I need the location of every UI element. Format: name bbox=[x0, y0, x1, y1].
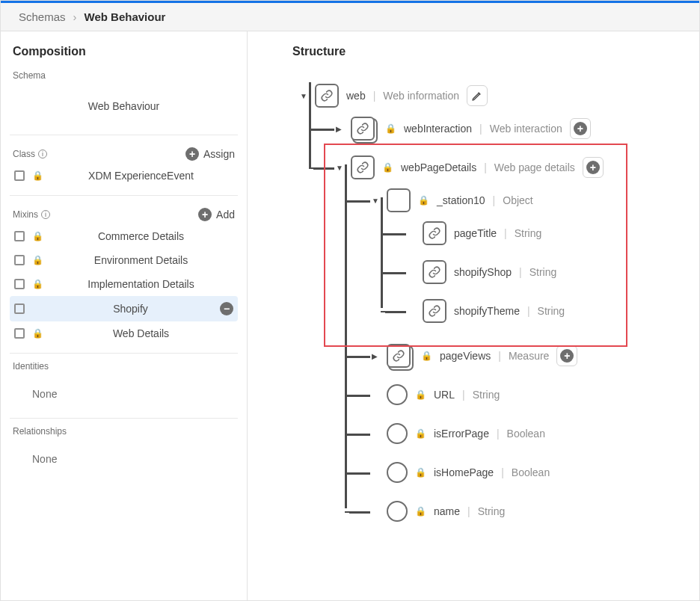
field-name: pageTitle bbox=[454, 227, 497, 239]
add-field-button[interactable]: + bbox=[570, 118, 591, 139]
section-class-label: Class i bbox=[13, 149, 47, 159]
tree-node[interactable]: 🔒URL|String bbox=[372, 381, 684, 408]
field-name: pageViews bbox=[440, 350, 491, 362]
info-icon[interactable]: i bbox=[41, 210, 50, 219]
field-type: String bbox=[515, 227, 542, 239]
remove-icon[interactable]: − bbox=[220, 302, 233, 315]
plus-icon: + bbox=[185, 147, 199, 161]
mixin-label: Environment Details bbox=[49, 254, 233, 266]
info-icon[interactable]: i bbox=[38, 150, 47, 158]
mixins-list: 🔒Commerce Details🔒Environment Details🔒Im… bbox=[10, 224, 238, 345]
tree-node[interactable]: ▼🔒_station10|Object bbox=[372, 187, 684, 214]
tree-node[interactable]: pageTitle|String bbox=[408, 220, 684, 247]
class-item[interactable]: 🔒 XDM ExperienceEvent bbox=[10, 164, 238, 188]
mixin-label: Implementation Details bbox=[49, 278, 233, 290]
field-name: shopifyTheme bbox=[454, 305, 520, 317]
lock-icon: 🔒 bbox=[32, 255, 41, 265]
plus-icon: + bbox=[586, 161, 600, 174]
plus-icon: + bbox=[560, 349, 574, 363]
chevron-down-icon[interactable]: ▼ bbox=[372, 197, 379, 205]
add-field-button[interactable]: + bbox=[556, 345, 577, 366]
lock-icon: 🔒 bbox=[32, 328, 41, 339]
field-icon bbox=[387, 501, 408, 522]
mixin-item[interactable]: 🔒Commerce Details bbox=[10, 224, 238, 248]
field-type: Web information bbox=[383, 90, 459, 102]
composition-title: Composition bbox=[10, 45, 238, 58]
divider bbox=[10, 353, 238, 354]
field-name: web bbox=[346, 90, 366, 102]
breadcrumb: Schemas › Web Behaviour bbox=[1, 3, 699, 31]
field-type: String bbox=[473, 389, 500, 401]
checkbox-icon[interactable] bbox=[14, 279, 25, 289]
breadcrumb-parent[interactable]: Schemas bbox=[19, 10, 66, 23]
chevron-right-icon[interactable]: ▶ bbox=[372, 352, 379, 360]
lock-icon: 🔒 bbox=[415, 506, 426, 517]
mixin-label: Commerce Details bbox=[49, 230, 233, 242]
field-icon bbox=[387, 423, 408, 444]
chevron-right-icon: › bbox=[73, 10, 77, 23]
checkbox-icon[interactable] bbox=[14, 328, 25, 339]
mixin-label: Web Details bbox=[49, 327, 233, 339]
link-icon bbox=[423, 299, 446, 323]
lock-icon: 🔒 bbox=[385, 123, 396, 134]
section-relationships-label: Relationships bbox=[13, 426, 238, 437]
link-icon bbox=[387, 344, 411, 368]
divider bbox=[10, 195, 238, 196]
breadcrumb-current: Web Behaviour bbox=[85, 10, 166, 23]
field-name: webInteraction bbox=[404, 123, 472, 135]
plus-icon: + bbox=[574, 122, 587, 135]
checkbox-icon[interactable] bbox=[14, 231, 25, 241]
field-name: isHomePage bbox=[434, 466, 494, 478]
lock-icon: 🔒 bbox=[32, 279, 41, 289]
relationships-none: None bbox=[10, 443, 238, 475]
checkbox-icon[interactable] bbox=[14, 170, 25, 181]
tree-node[interactable]: 🔒isErrorPage|Boolean bbox=[372, 420, 684, 447]
lock-icon: 🔒 bbox=[421, 351, 432, 361]
tree-node[interactable]: ▼🔒webPageDetails|Web page details+ bbox=[336, 154, 684, 181]
mixin-item[interactable]: 🔒Implementation Details bbox=[10, 272, 238, 296]
field-type: Object bbox=[503, 194, 532, 206]
field-type: String bbox=[529, 266, 557, 278]
tree-node[interactable]: ▶🔒webInteraction|Web interaction+ bbox=[336, 115, 684, 142]
assign-class-button[interactable]: + Assign bbox=[185, 147, 235, 161]
mixin-item[interactable]: 🔒Environment Details bbox=[10, 248, 238, 272]
app-window: Schemas › Web Behaviour Composition Sche… bbox=[0, 0, 700, 601]
divider bbox=[10, 135, 238, 135]
checkbox-icon[interactable] bbox=[14, 303, 25, 314]
field-name: webPageDetails bbox=[401, 161, 476, 173]
tree-node[interactable]: ▼web|Web information bbox=[300, 82, 684, 109]
field-icon bbox=[387, 384, 408, 405]
identities-none: None bbox=[10, 377, 238, 410]
field-icon bbox=[387, 462, 408, 483]
schema-name: Web Behaviour bbox=[10, 87, 238, 127]
tree-node[interactable]: shopifyTheme|String bbox=[408, 298, 684, 324]
tree-node[interactable]: ▶🔒pageViews|Measure+ bbox=[372, 342, 684, 369]
mixin-item[interactable]: 🔒Web Details bbox=[10, 321, 238, 345]
link-icon bbox=[423, 260, 446, 284]
tree-node[interactable]: shopifyShop|String bbox=[408, 259, 684, 286]
field-name: isErrorPage bbox=[434, 428, 489, 440]
main-area: Composition Schema Web Behaviour Class i… bbox=[1, 31, 699, 600]
add-field-button[interactable]: + bbox=[583, 157, 604, 178]
divider bbox=[10, 418, 238, 419]
section-schema-label: Schema bbox=[13, 70, 238, 81]
section-identities-label: Identities bbox=[13, 361, 238, 372]
field-name: _station10 bbox=[437, 194, 485, 206]
tree-node[interactable]: 🔒name|String bbox=[372, 498, 684, 525]
chevron-right-icon[interactable]: ▶ bbox=[336, 125, 343, 133]
chevron-down-icon[interactable]: ▼ bbox=[336, 164, 343, 172]
edit-button[interactable] bbox=[467, 85, 488, 106]
tree-node[interactable]: 🔒isHomePage|Boolean bbox=[372, 459, 684, 486]
field-type: Boolean bbox=[507, 428, 545, 440]
object-icon bbox=[387, 188, 411, 212]
field-type: Web interaction bbox=[490, 123, 562, 135]
field-name: name bbox=[434, 505, 460, 517]
field-type: Web page details bbox=[494, 161, 575, 173]
checkbox-icon[interactable] bbox=[14, 255, 25, 265]
chevron-down-icon[interactable]: ▼ bbox=[300, 92, 307, 100]
add-mixin-button[interactable]: + Add bbox=[198, 208, 235, 221]
mixin-item[interactable]: Shopify− bbox=[10, 296, 238, 321]
lock-icon: 🔒 bbox=[418, 195, 429, 206]
lock-icon: 🔒 bbox=[382, 162, 393, 173]
link-icon bbox=[351, 117, 375, 141]
